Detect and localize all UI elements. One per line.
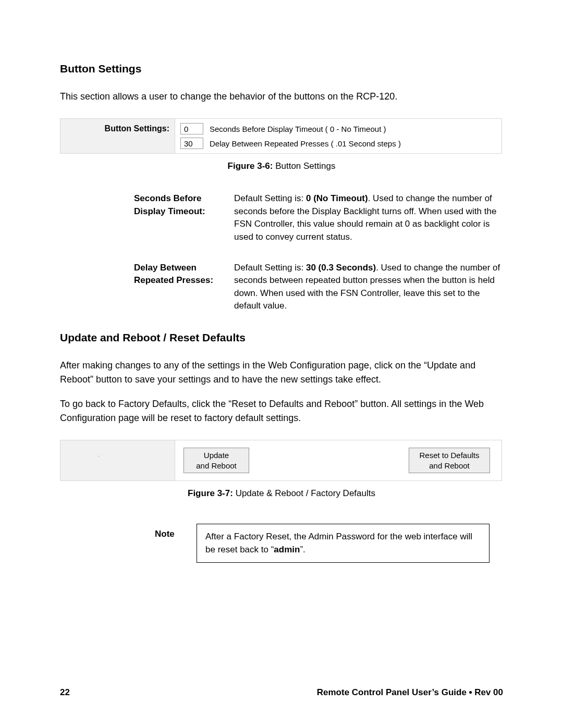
caption-rest: Update & Reboot / Factory Defaults <box>233 488 375 498</box>
caption-rest: Button Settings <box>273 161 335 171</box>
panel-left-blank: . <box>60 440 175 480</box>
def-seconds-before-timeout: Seconds Before Display Timeout: Default … <box>60 192 503 244</box>
heading-update-reboot: Update and Reboot / Reset Defaults <box>60 331 503 344</box>
note-box: After a Factory Reset, the Admin Passwor… <box>197 524 489 563</box>
update-and-reboot-button[interactable]: Updateand Reboot <box>183 448 249 473</box>
def-desc: Default Setting is: 0 (No Timeout). Used… <box>234 192 503 244</box>
row-display-timeout: Seconds Before Display Timeout ( 0 - No … <box>180 123 496 134</box>
note-row: Note After a Factory Reset, the Admin Pa… <box>60 524 503 563</box>
delay-repeated-presses-input[interactable] <box>180 138 203 149</box>
guide-bold: Remote Control Panel User’s Guide <box>317 687 467 697</box>
heading-button-settings: Button Settings <box>60 63 503 75</box>
bullet-icon: ● <box>467 688 474 696</box>
def-term: Delay Between Repeated Presses: <box>134 262 234 313</box>
row-text: Delay Between Repeated Presses ( .01 Sec… <box>210 139 401 148</box>
guide-rev: Rev 00 <box>474 687 503 697</box>
row-text: Seconds Before Display Timeout ( 0 - No … <box>210 125 386 133</box>
intro-text: This section allows a user to change the… <box>60 90 503 104</box>
def-pre: Default Setting is: <box>234 263 306 273</box>
decorative-dot: . <box>98 452 100 458</box>
def-bold: 0 (No Timeout) <box>306 193 368 203</box>
def-desc: Default Setting is: 30 (0.3 Seconds). Us… <box>234 262 503 313</box>
note-label: Note <box>155 524 197 539</box>
guide-title: Remote Control Panel User’s Guide●Rev 00 <box>317 687 503 698</box>
row-delay-presses: Delay Between Repeated Presses ( .01 Sec… <box>180 138 496 149</box>
panel-label: Button Settings: <box>60 119 175 153</box>
page-footer: 22 Remote Control Panel User’s Guide●Rev… <box>60 687 503 698</box>
note-bold: admin <box>274 545 300 554</box>
update-reboot-p1: After making changes to any of the setti… <box>60 359 503 387</box>
def-term: Seconds Before Display Timeout: <box>134 192 234 244</box>
note-post: ”. <box>300 545 305 554</box>
panel-right: Updateand Reboot Reset to Defaultsand Re… <box>175 440 501 480</box>
def-bold: 30 (0.3 Seconds) <box>306 263 376 273</box>
figure-3-6-panel: Button Settings: Seconds Before Display … <box>60 118 502 154</box>
figure-3-6-caption: Figure 3-6: Button Settings <box>60 161 503 171</box>
document-page: Button Settings This section allows a us… <box>0 0 563 728</box>
seconds-before-timeout-input[interactable] <box>180 123 203 134</box>
figure-3-7-panel: . Updateand Reboot Reset to Defaultsand … <box>60 440 502 481</box>
page-number: 22 <box>60 687 70 698</box>
panel-rows: Seconds Before Display Timeout ( 0 - No … <box>175 119 501 153</box>
figure-3-7-caption: Figure 3-7: Update & Reboot / Factory De… <box>60 488 503 499</box>
caption-bold: Figure 3-6: <box>228 161 273 171</box>
caption-bold: Figure 3-7: <box>188 488 233 498</box>
def-delay-between-presses: Delay Between Repeated Presses: Default … <box>60 262 503 313</box>
def-pre: Default Setting is: <box>234 193 306 203</box>
reset-to-defaults-button[interactable]: Reset to Defaultsand Reboot <box>409 448 490 473</box>
note-pre: After a Factory Reset, the Admin Passwor… <box>205 532 472 554</box>
update-reboot-p2: To go back to Factory Defaults, click th… <box>60 397 503 425</box>
